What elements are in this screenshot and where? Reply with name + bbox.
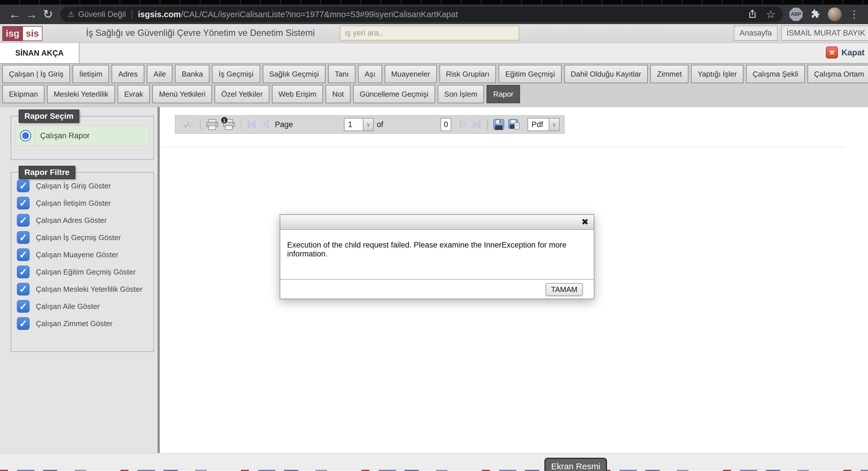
page-label: Page xyxy=(275,120,293,129)
tab-ozel-yetkiler[interactable]: Özel Yetkiler xyxy=(215,85,269,103)
tab-not[interactable]: Not xyxy=(326,85,350,103)
tab-ekipman[interactable]: Ekipman xyxy=(2,85,44,103)
tab-web-erisim[interactable]: Web Erişim xyxy=(272,85,323,103)
close-record-label: Kapat xyxy=(841,48,865,57)
not-secure-label[interactable]: Güvenli Değil xyxy=(78,10,126,19)
checkbox-checked-icon[interactable]: ✓ xyxy=(17,180,30,192)
close-record-x-icon[interactable]: ✕ xyxy=(826,46,838,59)
select-arrow-icon[interactable]: ∨ xyxy=(549,119,559,130)
checkbox-checked-icon[interactable]: ✓ xyxy=(17,214,30,227)
browser-back-icon[interactable]: ← xyxy=(6,6,23,23)
tab-menu-yetkileri[interactable]: Menü Yetkileri xyxy=(152,85,212,103)
url-domain: isgsis.com xyxy=(138,10,181,19)
print-current-page-icon[interactable]: 1 xyxy=(222,119,236,130)
filter-label: Çalışan İş Giriş Göster xyxy=(36,182,111,190)
tab-aile[interactable]: Aile xyxy=(147,65,173,83)
extensions-puzzle-icon[interactable] xyxy=(810,9,820,20)
tab-banka[interactable]: Banka xyxy=(175,65,209,83)
browser-profile-avatar[interactable] xyxy=(828,7,842,21)
person-name-tab[interactable]: SİNAN AKÇA xyxy=(0,43,80,63)
error-dialog-footer: TAMAM xyxy=(280,279,594,299)
tab-guncelleme-gecmisi[interactable]: Güncelleme Geçmişi xyxy=(353,85,435,103)
print-badge: 1 xyxy=(221,117,227,123)
workplace-search-input[interactable] xyxy=(340,26,519,40)
address-bar[interactable]: ⚠ Güvenli Değil isgsis.com /CAL/CAL/isye… xyxy=(60,7,783,22)
filter-row[interactable]: ✓ Çalışan Aile Göster xyxy=(17,300,153,313)
export-report-icon[interactable] xyxy=(182,120,195,129)
toolbar-separator xyxy=(487,119,488,130)
next-page-icon[interactable] xyxy=(458,120,468,129)
export-format-select[interactable]: Pdf ∨ xyxy=(528,118,560,131)
tab-saglik-gecmisi[interactable]: Sağlık Geçmişi xyxy=(263,65,326,83)
tab-row-1: Çalışan | İş Giriş İletişim Adres Aile B… xyxy=(2,65,866,83)
print-icon[interactable] xyxy=(206,119,219,130)
tab-egitim-gecmisi[interactable]: Eğitim Geçmişi xyxy=(499,65,561,83)
url-path: /CAL/CAL/isyeriCalisanListe?ino=1977&mno… xyxy=(181,10,458,19)
toolbar-separator xyxy=(241,119,241,130)
report-select-title: Rapor Seçim xyxy=(19,109,79,123)
filter-label: Çalışan İletişim Göster xyxy=(36,199,111,208)
save-data-export-icon[interactable] xyxy=(508,119,520,130)
browser-forward-icon[interactable]: → xyxy=(23,6,39,23)
bookmark-star-icon[interactable]: ☆ xyxy=(766,8,776,21)
checkbox-checked-icon[interactable]: ✓ xyxy=(17,248,30,261)
background-window-sliver xyxy=(0,470,868,471)
tab-iletisim[interactable]: İletişim xyxy=(72,65,109,83)
tab-muayeneler[interactable]: Muayeneler xyxy=(385,65,437,83)
tab-mesleki-yeterlilik[interactable]: Mesleki Yeterlilik xyxy=(47,85,115,103)
close-record-button[interactable]: ✕ Kapat xyxy=(826,46,865,59)
filter-label: Çalışan Muayene Göster xyxy=(36,250,119,259)
filter-row[interactable]: ✓ Çalışan Zimmet Göster xyxy=(17,317,153,330)
tab-is-gecmisi[interactable]: İş Geçmişi xyxy=(212,65,260,83)
user-button[interactable]: İSMAİL MURAT BAYIK xyxy=(781,26,868,41)
report-option-row[interactable]: Çalışan Rapor xyxy=(16,126,150,146)
tab-son-islem[interactable]: Son İşlem xyxy=(438,85,484,103)
checkbox-checked-icon[interactable]: ✓ xyxy=(17,231,30,244)
filter-row[interactable]: ✓ Çalışan Eğitim Geçmiş Göster xyxy=(17,265,153,278)
browser-reload-icon[interactable]: ↻ xyxy=(39,6,56,23)
error-dialog-titlebar[interactable]: ✖ xyxy=(280,215,594,230)
tab-asi[interactable]: Aşı xyxy=(358,65,382,83)
tab-yaptigi-isler[interactable]: Yaptığı İşler xyxy=(691,65,744,83)
last-page-icon[interactable] xyxy=(471,120,482,129)
tab-calisma-sekli[interactable]: Çalışma Şekli xyxy=(746,65,805,83)
checkbox-checked-icon[interactable]: ✓ xyxy=(17,265,30,278)
previous-page-icon[interactable] xyxy=(260,120,270,129)
tab-dahil-oldugu-kayitlar[interactable]: Dahil Olduğu Kayıtlar xyxy=(564,65,648,83)
filter-row[interactable]: ✓ Çalışan Adres Göster xyxy=(17,214,153,227)
save-export-icon[interactable] xyxy=(493,119,504,130)
tab-risk-gruplari[interactable]: Risk Grupları xyxy=(439,65,496,83)
checkbox-checked-icon[interactable]: ✓ xyxy=(17,283,30,295)
share-icon[interactable] xyxy=(747,8,758,20)
tab-adres[interactable]: Adres xyxy=(112,65,144,83)
select-arrow-icon[interactable]: ∨ xyxy=(363,119,373,130)
radio-selected-icon[interactable] xyxy=(20,130,31,142)
first-page-icon[interactable] xyxy=(246,120,257,129)
filter-label: Çalışan Zimmet Göster xyxy=(36,319,113,328)
tab-tani[interactable]: Tanı xyxy=(328,65,355,83)
checkbox-checked-icon[interactable]: ✓ xyxy=(17,197,30,210)
isgsis-logo[interactable]: isg sis xyxy=(2,26,42,41)
filter-row[interactable]: ✓ Çalışan Muayene Göster xyxy=(17,248,153,261)
report-option-label: Çalışan Rapor xyxy=(40,131,90,140)
page-number-select[interactable]: 1 ∨ xyxy=(344,118,374,131)
of-label: of xyxy=(377,120,383,129)
tab-evrak[interactable]: Evrak xyxy=(118,85,150,103)
dialog-close-icon[interactable]: ✖ xyxy=(582,217,589,227)
tab-zimmet[interactable]: Zimmet xyxy=(650,65,688,83)
browser-menu-icon[interactable]: ⋮ xyxy=(849,9,859,20)
filter-row[interactable]: ✓ Çalışan İletişim Göster xyxy=(17,197,153,210)
checkbox-checked-icon[interactable]: ✓ xyxy=(17,317,30,330)
tab-rapor[interactable]: Rapor xyxy=(487,85,520,103)
filter-row[interactable]: ✓ Çalışan İş Giriş Göster xyxy=(17,180,153,192)
tab-calisan-is-giris[interactable]: Çalışan | İş Giriş xyxy=(2,65,70,83)
filter-row[interactable]: ✓ Çalışan Mesleki Yeterlilik Göster xyxy=(17,283,153,295)
adblock-extension-icon[interactable]: ABP xyxy=(789,8,803,21)
tab-row-2: Ekipman Mesleki Yeterlilik Evrak Menü Ye… xyxy=(2,85,866,103)
screenshot-button[interactable]: Ekran Resmi xyxy=(545,458,607,471)
filter-row[interactable]: ✓ Çalışan İş Geçmiş Göster xyxy=(17,231,153,244)
ok-button[interactable]: TAMAM xyxy=(546,283,583,296)
checkbox-checked-icon[interactable]: ✓ xyxy=(17,300,30,313)
tab-calisma-ortam[interactable]: Çalışma Ortam xyxy=(807,65,868,83)
home-button[interactable]: Anasayfa xyxy=(734,26,778,41)
